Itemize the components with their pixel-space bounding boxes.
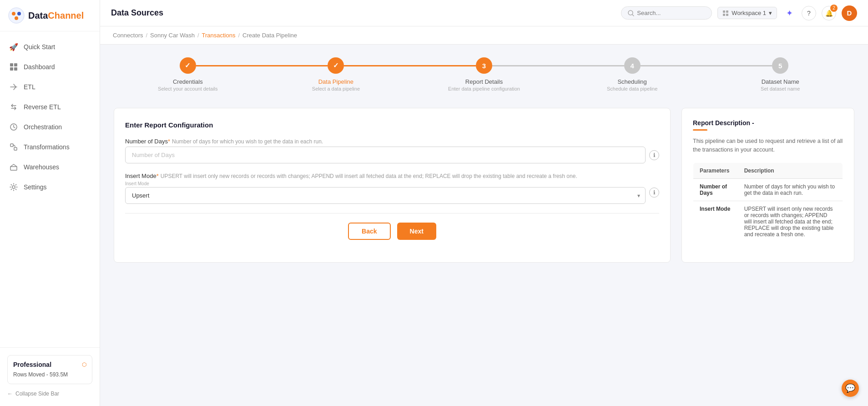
params-row-1: Number of Days Number of days for which …	[693, 178, 843, 201]
param-name-1: Number of Days	[693, 178, 738, 201]
svg-rect-11	[10, 167, 17, 170]
params-row-2: Insert Mode UPSERT will insert only new …	[693, 201, 843, 242]
next-button[interactable]: Next	[397, 223, 436, 240]
logo-text: DataChannel	[28, 10, 84, 21]
content-area: Connectors / Sonny Car Wash / Transactio…	[100, 26, 868, 406]
description-panel: Report Description - This pipeline can b…	[681, 108, 854, 263]
collapse-sidebar-button[interactable]: ← Collapse Side Bar	[7, 389, 92, 399]
step-label-5: Dataset Name	[762, 78, 799, 85]
step-line-4b	[641, 65, 707, 66]
step-scheduling: 4 Scheduling Schedule data pipeline	[558, 57, 707, 91]
step-line-4a	[558, 65, 624, 66]
svg-rect-5	[14, 63, 17, 66]
workspace-selector[interactable]: Workspace 1 ▾	[717, 7, 777, 19]
help-button[interactable]: ?	[802, 6, 816, 20]
notifications-button[interactable]: 🔔 2	[822, 6, 836, 20]
svg-point-12	[12, 186, 15, 188]
step-dataset-name: 5 Dataset Name Set dataset name	[706, 57, 854, 91]
description-accent-bar	[693, 129, 707, 131]
step-line-3a	[410, 65, 476, 66]
orchestration-icon	[9, 122, 18, 132]
svg-rect-10	[14, 147, 17, 150]
workspace-icon	[722, 10, 729, 16]
insert-mode-info-icon[interactable]: ℹ	[649, 188, 659, 198]
plan-title: Professional	[13, 361, 51, 368]
rocket-icon: 🚀	[9, 42, 18, 51]
breadcrumb-sonny-car-wash[interactable]: Sonny Car Wash	[150, 32, 195, 39]
logo: DataChannel	[0, 0, 100, 31]
step-circle-5: 5	[772, 57, 788, 74]
pipeline-content: ✓ Credentials Select your account detail…	[100, 45, 868, 275]
search-box[interactable]	[621, 6, 712, 20]
breadcrumb-connectors[interactable]: Connectors	[113, 32, 143, 39]
param-desc-2: UPSERT will insert only new records or r…	[738, 201, 843, 242]
header: Data Sources Workspace 1 ▾ ✦ ? 🔔 2 D	[100, 0, 868, 26]
description-text: This pipeline can be used to request and…	[693, 137, 843, 154]
svg-rect-14	[723, 10, 725, 13]
step-label-2: Data Pipeline	[318, 78, 353, 85]
step-line-5a	[706, 65, 772, 66]
plan-external-link-icon[interactable]: ⬡	[82, 361, 86, 368]
dashboard-icon	[9, 62, 18, 71]
param-name-2: Insert Mode	[693, 201, 738, 242]
svg-rect-9	[10, 144, 13, 147]
search-icon	[628, 10, 634, 16]
sidebar-item-quick-start[interactable]: 🚀 Quick Start	[0, 37, 100, 57]
sidebar-item-dashboard[interactable]: Dashboard	[0, 57, 100, 77]
sidebar-item-settings[interactable]: Settings	[0, 177, 100, 197]
svg-point-0	[9, 8, 24, 23]
step-circle-4: 4	[624, 57, 641, 74]
breadcrumb-create-pipeline: Create Data Pipeline	[242, 32, 297, 39]
sidebar-item-warehouses[interactable]: Warehouses	[0, 157, 100, 177]
settings-icon	[9, 183, 18, 192]
param-desc-1: Number of days for which you wish to get…	[738, 178, 843, 201]
step-sublabel-1: Select your account details	[158, 86, 217, 91]
step-circle-1: ✓	[180, 57, 196, 74]
form-panel: Enter Report Configuration Number of Day…	[114, 108, 671, 263]
sidebar-item-reverse-etl[interactable]: Reverse ETL	[0, 97, 100, 117]
sidebar-item-etl[interactable]: ETL	[0, 77, 100, 97]
step-line-2b	[344, 65, 410, 66]
svg-point-3	[15, 16, 18, 20]
stepper: ✓ Credentials Select your account detail…	[114, 57, 854, 91]
step-report-details: 3 Report Details Enter data pipeline con…	[410, 57, 558, 91]
etl-icon	[9, 82, 18, 91]
breadcrumb: Connectors / Sonny Car Wash / Transactio…	[100, 26, 868, 45]
step-circle-3: 3	[476, 57, 492, 74]
svg-rect-4	[10, 63, 13, 66]
svg-point-2	[17, 12, 21, 15]
page-title: Data Sources	[111, 8, 163, 18]
insert-mode-floating-label: Insert Mode	[125, 181, 646, 186]
collapse-arrow-icon: ←	[7, 391, 13, 397]
sidebar-item-orchestration[interactable]: Orchestration	[0, 117, 100, 137]
number-of-days-info-icon[interactable]: ℹ	[649, 150, 659, 160]
sidebar-item-transformations[interactable]: Transformations	[0, 137, 100, 157]
chat-bubble-button[interactable]: 💬	[842, 380, 859, 397]
insert-mode-select-wrapper: Upsert Append Replace ▾	[125, 187, 646, 204]
user-avatar[interactable]: D	[842, 5, 857, 21]
step-sublabel-2: Select a data pipeline	[312, 86, 360, 91]
transformations-icon	[9, 142, 18, 152]
ai-button[interactable]: ✦	[782, 6, 796, 20]
description-title: Report Description -	[693, 119, 843, 127]
step-line-2a	[262, 65, 328, 66]
sidebar: DataChannel 🚀 Quick Start Dashboard ETL …	[0, 0, 100, 406]
step-line-1	[196, 65, 262, 66]
logo-icon	[8, 7, 25, 24]
insert-mode-select[interactable]: Upsert Append Replace	[125, 187, 646, 204]
step-circle-2: ✓	[328, 57, 344, 74]
params-col-header-desc: Description	[738, 162, 843, 178]
back-button[interactable]: Back	[348, 223, 390, 240]
insert-mode-row: Insert Mode Upsert Append Replace ▾	[125, 181, 659, 204]
svg-rect-15	[726, 10, 728, 13]
search-input[interactable]	[637, 10, 705, 16]
step-data-pipeline: ✓ Data Pipeline Select a data pipeline	[262, 57, 410, 91]
step-sublabel-4: Schedule data pipeline	[607, 86, 657, 91]
form-btn-row: Back Next	[125, 223, 659, 240]
step-sublabel-3: Enter data pipeline configuration	[448, 86, 520, 91]
number-of-days-input[interactable]	[125, 147, 646, 163]
sidebar-nav: 🚀 Quick Start Dashboard ETL Reverse ETL	[0, 31, 100, 347]
step-label-1: Credentials	[173, 78, 203, 85]
params-table: Parameters Description Number of Days Nu…	[693, 162, 843, 243]
step-sublabel-5: Set dataset name	[761, 86, 800, 91]
